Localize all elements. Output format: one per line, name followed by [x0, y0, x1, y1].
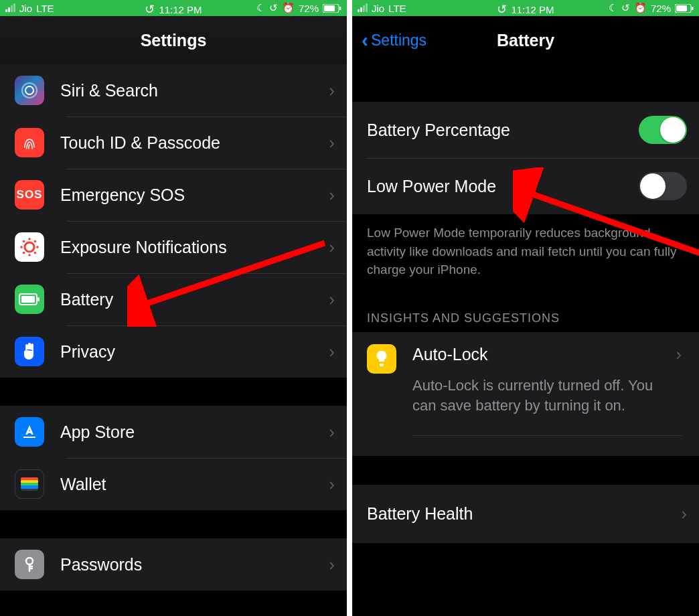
- chevron-right-icon: ›: [681, 504, 687, 524]
- svg-rect-25: [676, 5, 687, 11]
- wallet-icon: [15, 469, 44, 499]
- low-power-mode-toggle[interactable]: [639, 172, 687, 200]
- row-battery-health[interactable]: Battery Health ›: [352, 484, 699, 543]
- row-label: Wallet: [60, 475, 329, 494]
- siri-icon: [15, 76, 44, 105]
- privacy-hand-icon: [15, 337, 44, 366]
- chevron-right-icon: ›: [329, 289, 335, 310]
- svg-point-22: [26, 558, 33, 564]
- svg-rect-1: [324, 5, 335, 11]
- back-label: Settings: [371, 31, 426, 50]
- app-store-icon: [15, 417, 44, 447]
- sos-icon: SOS: [15, 180, 44, 210]
- signal-icon: [5, 4, 15, 12]
- hotspot-icon: ↺: [145, 2, 155, 17]
- row-app-store[interactable]: App Store ›: [0, 406, 347, 458]
- row-label: App Store: [60, 422, 329, 442]
- svg-point-9: [36, 246, 39, 248]
- key-icon: [15, 550, 44, 579]
- row-label: Battery Percentage: [367, 121, 639, 140]
- svg-point-4: [25, 86, 33, 94]
- row-low-power-mode: Low Power Mode: [352, 158, 699, 214]
- alarm-icon: ⏰: [634, 2, 647, 14]
- svg-point-11: [34, 240, 37, 243]
- insight-title: Auto-Lock: [412, 345, 488, 364]
- svg-point-10: [23, 240, 25, 243]
- back-button[interactable]: ‹ Settings: [362, 30, 426, 50]
- row-label: Emergency SOS: [60, 185, 329, 205]
- row-auto-lock-insight[interactable]: Auto-Lock › Auto-Lock is currently turne…: [352, 332, 699, 437]
- carrier-label: Jio: [19, 3, 32, 14]
- row-battery[interactable]: Battery ›: [0, 273, 347, 325]
- battery-icon: [15, 285, 44, 314]
- svg-point-7: [28, 254, 31, 256]
- svg-rect-2: [339, 7, 341, 10]
- svg-rect-16: [37, 297, 40, 301]
- battery-pct-label: 72%: [299, 3, 319, 14]
- page-title: Settings: [141, 31, 207, 50]
- row-emergency-sos[interactable]: SOS Emergency SOS ›: [0, 169, 347, 221]
- row-label: Battery Health: [367, 504, 473, 524]
- exposure-icon: [15, 232, 44, 262]
- signal-icon: [358, 4, 368, 12]
- row-label: Low Power Mode: [367, 177, 639, 196]
- chevron-right-icon: ›: [329, 237, 335, 258]
- chevron-right-icon: ›: [329, 341, 335, 362]
- chevron-right-icon: ›: [329, 474, 335, 495]
- row-siri-search[interactable]: Siri & Search ›: [0, 64, 347, 117]
- battery-pct-label: 72%: [651, 3, 671, 14]
- network-label: LTE: [388, 3, 406, 14]
- page-title: Battery: [497, 31, 554, 50]
- chevron-right-icon: ›: [329, 80, 335, 101]
- row-touch-id[interactable]: Touch ID & Passcode ›: [0, 117, 347, 169]
- battery-percentage-toggle[interactable]: [639, 116, 687, 144]
- lightbulb-icon: [367, 344, 396, 374]
- row-wallet[interactable]: Wallet ›: [0, 458, 347, 510]
- carrier-label: Jio: [372, 3, 384, 14]
- status-time: 11:12 PM: [511, 4, 554, 15]
- phone-screenshot-settings: Jio LTE ↺ 11:12 PM ☾ ↺ ⏰ 72% Settings Si…: [0, 0, 347, 616]
- row-exposure-notifications[interactable]: Exposure Notifications ›: [0, 221, 347, 273]
- row-label: Battery: [60, 290, 329, 309]
- battery-header: ‹ Settings Battery: [352, 16, 699, 64]
- svg-point-13: [34, 252, 37, 254]
- row-passwords[interactable]: Passwords ›: [0, 538, 347, 591]
- chevron-right-icon: ›: [329, 422, 335, 443]
- svg-point-8: [20, 246, 23, 248]
- row-label: Privacy: [60, 342, 329, 362]
- row-label: Touch ID & Passcode: [60, 133, 329, 153]
- chevron-right-icon: ›: [329, 185, 335, 206]
- status-bar: Jio LTE ↺ 11:12 PM ☾ ↺ ⏰ 72%: [352, 0, 699, 16]
- chevron-left-icon: ‹: [362, 30, 368, 50]
- row-battery-percentage: Battery Percentage: [352, 102, 699, 158]
- battery-toggles-group: Battery Percentage Low Power Mode: [352, 102, 699, 214]
- moon-icon: ☾: [256, 2, 265, 14]
- chevron-right-icon: ›: [329, 133, 335, 153]
- svg-rect-26: [692, 7, 694, 10]
- row-label: Exposure Notifications: [60, 238, 329, 257]
- phone-screenshot-battery: Jio LTE ↺ 11:12 PM ☾ ↺ ⏰ 72% ‹ Settings …: [352, 0, 699, 616]
- battery-icon: [323, 4, 341, 13]
- insights-section-header: INSIGHTS AND SUGGESTIONS: [352, 295, 699, 332]
- chevron-right-icon: ›: [329, 554, 335, 575]
- status-time: 11:12 PM: [159, 4, 202, 15]
- svg-point-6: [28, 238, 31, 240]
- svg-point-12: [23, 252, 25, 254]
- battery-icon: [675, 4, 694, 13]
- chevron-right-icon: ›: [676, 344, 682, 365]
- moon-icon: ☾: [609, 2, 617, 14]
- row-privacy[interactable]: Privacy ›: [0, 325, 347, 378]
- svg-rect-15: [21, 296, 35, 303]
- svg-rect-21: [21, 485, 38, 489]
- settings-header: Settings: [0, 16, 347, 64]
- row-label: Passwords: [60, 555, 329, 574]
- orientation-lock-icon: ↺: [269, 2, 278, 14]
- insight-description: Auto-Lock is currently turned off. You c…: [412, 376, 682, 437]
- orientation-lock-icon: ↺: [621, 2, 630, 14]
- low-power-description: Low Power Mode temporarily reduces backg…: [352, 214, 699, 295]
- network-label: LTE: [36, 3, 54, 14]
- svg-point-5: [25, 242, 34, 252]
- settings-group-3: Passwords ›: [0, 538, 347, 591]
- svg-point-3: [22, 83, 37, 98]
- hotspot-icon: ↺: [497, 2, 507, 17]
